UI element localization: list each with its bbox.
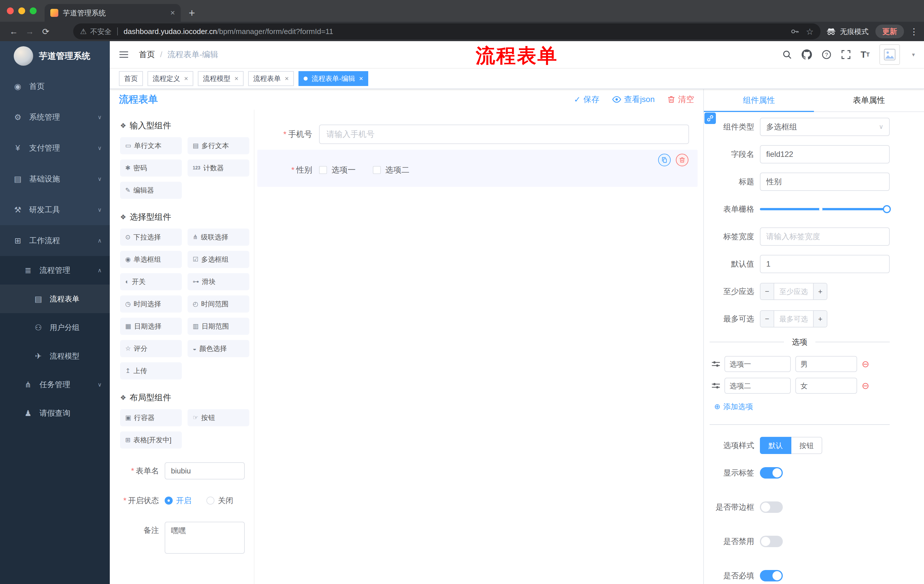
sidebar-item-leave-query[interactable]: ♟ 请假查询 [0, 399, 110, 428]
zoom-window-button[interactable] [30, 7, 36, 14]
palette-item-switch[interactable]: ◐开关 [120, 273, 182, 290]
caret-down-icon[interactable]: ▾ [912, 51, 915, 58]
sidebar-item-task-management[interactable]: ⋔ 任务管理 ∨ [0, 370, 110, 399]
clear-button[interactable]: 清空 [667, 94, 694, 105]
radio-off-label[interactable]: 关闭 [218, 495, 233, 506]
tab-component-props[interactable]: 组件属性 [704, 89, 814, 112]
fullscreen-icon[interactable] [841, 50, 851, 59]
palette-item-cascader[interactable]: ⋔级联选择 [188, 229, 249, 246]
font-size-icon[interactable]: TT [861, 50, 870, 59]
grid-slider[interactable] [760, 200, 890, 218]
disabled-toggle[interactable] [760, 536, 783, 547]
style-default-button[interactable]: 默认 [760, 437, 791, 454]
selected-component-gender[interactable]: 性别 选项一 选项二 [257, 150, 698, 187]
show-label-toggle[interactable] [760, 467, 783, 479]
copy-component-button[interactable] [658, 154, 671, 166]
palette-item-row-container[interactable]: ▣行容器 [120, 409, 182, 426]
palette-item-textarea[interactable]: ▤多行文本 [188, 137, 249, 154]
add-option-button[interactable]: ⊕ 添加选项 [714, 402, 890, 412]
sidebar-item-payment[interactable]: ¥ 支付管理 ∨ [0, 133, 110, 163]
palette-item-table[interactable]: ⊞表格[开发中] [120, 431, 182, 449]
browser-update-button[interactable]: 更新 [875, 25, 904, 38]
form-remark-textarea[interactable]: 嘿嘿 [165, 522, 245, 554]
decrease-button[interactable]: − [761, 283, 774, 299]
radio-on-label[interactable]: 开启 [176, 495, 191, 506]
option-value-input[interactable] [795, 378, 857, 394]
tag-close-icon[interactable]: × [359, 74, 363, 82]
max-select-value[interactable]: 最多可选 [774, 311, 813, 327]
search-icon[interactable] [782, 50, 792, 59]
sidebar-item-devtools[interactable]: ⚒ 研发工具 ∨ [0, 194, 110, 225]
phone-field-input[interactable] [319, 125, 689, 144]
palette-item-radio-group[interactable]: ◉单选框组 [120, 251, 182, 268]
minimize-window-button[interactable] [18, 7, 25, 14]
sidebar-item-process-form[interactable]: ▤ 流程表单 [0, 285, 110, 313]
palette-item-slider[interactable]: ⊶滑块 [188, 273, 249, 290]
palette-item-single-line-text[interactable]: ▭单行文本 [120, 137, 182, 154]
hamburger-icon[interactable] [119, 51, 129, 59]
palette-item-time-range[interactable]: ◴时间范围 [188, 295, 249, 313]
reload-icon[interactable]: ⟳ [38, 26, 54, 36]
password-key-icon[interactable] [790, 27, 799, 36]
default-value-input[interactable] [760, 255, 890, 273]
increase-button[interactable]: + [813, 283, 827, 299]
tag-process-form-edit[interactable]: 流程表单-编辑 × [299, 71, 368, 86]
palette-item-date-picker[interactable]: ▦日期选择 [120, 318, 182, 335]
field-name-input[interactable] [760, 145, 890, 163]
palette-item-upload[interactable]: ↥上传 [120, 362, 182, 380]
github-icon[interactable] [802, 49, 812, 60]
save-button[interactable]: ✓ 保存 [574, 94, 599, 105]
delete-component-button[interactable] [676, 154, 688, 166]
sidebar-item-user-group[interactable]: ⚇ 用户分组 [0, 313, 110, 342]
back-icon[interactable]: ← [6, 26, 22, 36]
avatar[interactable] [879, 44, 900, 65]
sidebar-item-process-model[interactable]: ✈ 流程模型 [0, 342, 110, 370]
view-json-button[interactable]: 查看json [612, 94, 655, 105]
palette-item-checkbox-group[interactable]: ☑多选框组 [188, 251, 249, 268]
remove-option-icon[interactable]: ⊖ [862, 359, 870, 368]
checkbox-option-2-label[interactable]: 选项二 [385, 165, 409, 175]
palette-item-button[interactable]: ☞按钮 [188, 409, 249, 426]
link-button[interactable] [705, 113, 716, 124]
min-select-value[interactable]: 至少应选 [774, 283, 813, 299]
sidebar-item-home[interactable]: ◉ 首页 [0, 71, 110, 102]
slider-handle[interactable] [883, 205, 891, 213]
option-label-input[interactable] [724, 378, 791, 394]
browser-tab[interactable]: 芋道管理系统 × [45, 4, 181, 22]
help-icon[interactable]: ? [822, 50, 832, 59]
style-button-button[interactable]: 按钮 [791, 437, 822, 454]
palette-item-rate[interactable]: ☆评分 [120, 340, 182, 357]
sidebar-item-workflow[interactable]: ⊞ 工作流程 ∧ [0, 225, 110, 256]
radio-on[interactable] [165, 497, 173, 505]
palette-item-date-range[interactable]: ▥日期范围 [188, 318, 249, 335]
new-tab-button[interactable]: + [189, 7, 195, 18]
tag-process-definition[interactable]: 流程定义 × [147, 71, 193, 86]
decrease-button[interactable]: − [761, 311, 774, 327]
border-toggle[interactable] [760, 502, 783, 513]
option-value-input[interactable] [795, 356, 857, 372]
browser-menu-icon[interactable]: ⋮ [910, 26, 918, 36]
checkbox-option-2[interactable] [373, 166, 381, 174]
palette-item-counter[interactable]: 123计数器 [188, 160, 249, 176]
palette-item-password[interactable]: ✱密码 [120, 160, 182, 176]
breadcrumb-home[interactable]: 首页 [139, 49, 155, 60]
tag-close-icon[interactable]: × [285, 74, 289, 82]
drag-handle-icon[interactable] [712, 382, 720, 390]
title-input[interactable] [760, 173, 890, 191]
tab-form-props[interactable]: 表单属性 [814, 89, 924, 112]
remove-option-icon[interactable]: ⊖ [862, 381, 870, 390]
tag-close-icon[interactable]: × [184, 74, 188, 82]
checkbox-option-1-label[interactable]: 选项一 [332, 165, 356, 175]
palette-item-time-picker[interactable]: ◷时间选择 [120, 295, 182, 313]
checkbox-option-1[interactable] [319, 166, 327, 174]
sidebar-item-infrastructure[interactable]: ▤ 基础设施 ∨ [0, 163, 110, 194]
sidebar-item-system[interactable]: ⚙ 系统管理 ∨ [0, 102, 110, 133]
increase-button[interactable]: + [813, 311, 827, 327]
palette-item-editor[interactable]: ✎编辑器 [120, 182, 182, 199]
palette-item-color-picker[interactable]: ◒颜色选择 [188, 340, 249, 357]
required-toggle[interactable] [760, 570, 783, 581]
tag-close-icon[interactable]: × [234, 74, 238, 82]
close-window-button[interactable] [7, 7, 14, 14]
form-name-input[interactable] [165, 462, 245, 479]
palette-item-select[interactable]: ⊙下拉选择 [120, 229, 182, 246]
